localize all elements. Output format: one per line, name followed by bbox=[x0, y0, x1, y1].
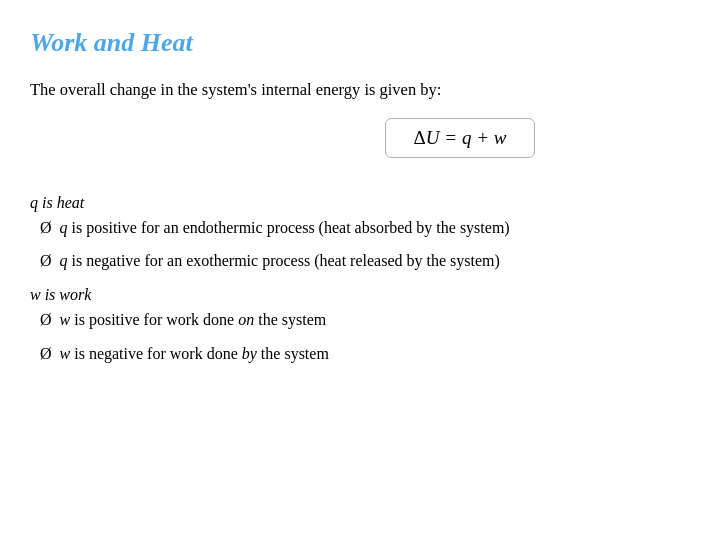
q-bullet-2-text: q is negative for an exothermic process … bbox=[60, 249, 500, 272]
q-label: q is heat bbox=[30, 194, 690, 212]
arrow-icon-4: Ø bbox=[40, 342, 52, 365]
arrow-icon-1: Ø bbox=[40, 216, 52, 239]
arrow-icon-3: Ø bbox=[40, 308, 52, 331]
q-bullet-1: Ø q is positive for an endothermic proce… bbox=[40, 216, 690, 239]
q-bullet-1-text: q is positive for an endothermic process… bbox=[60, 216, 510, 239]
q-bullet-group: Ø q is positive for an endothermic proce… bbox=[40, 216, 690, 272]
intro-text: The overall change in the system's inter… bbox=[30, 80, 690, 100]
w-bullet-group: Ø w is positive for work done on the sys… bbox=[40, 308, 690, 364]
formula-text: ΔU = q + w bbox=[414, 127, 507, 148]
w-bullet-2-text: w is negative for work done by the syste… bbox=[60, 342, 329, 365]
page-container: Work and Heat The overall change in the … bbox=[0, 0, 720, 399]
w-bullet-2: Ø w is negative for work done by the sys… bbox=[40, 342, 690, 365]
w-section: w is work Ø w is positive for work done … bbox=[30, 286, 690, 364]
arrow-icon-2: Ø bbox=[40, 249, 52, 272]
formula-box: ΔU = q + w bbox=[385, 118, 536, 158]
w-label: w is work bbox=[30, 286, 690, 304]
q-section: q is heat Ø q is positive for an endothe… bbox=[30, 194, 690, 272]
page-title: Work and Heat bbox=[30, 28, 690, 58]
w-bullet-1: Ø w is positive for work done on the sys… bbox=[40, 308, 690, 331]
q-bullet-2: Ø q is negative for an exothermic proces… bbox=[40, 249, 690, 272]
w-bullet-1-text: w is positive for work done on the syste… bbox=[60, 308, 327, 331]
